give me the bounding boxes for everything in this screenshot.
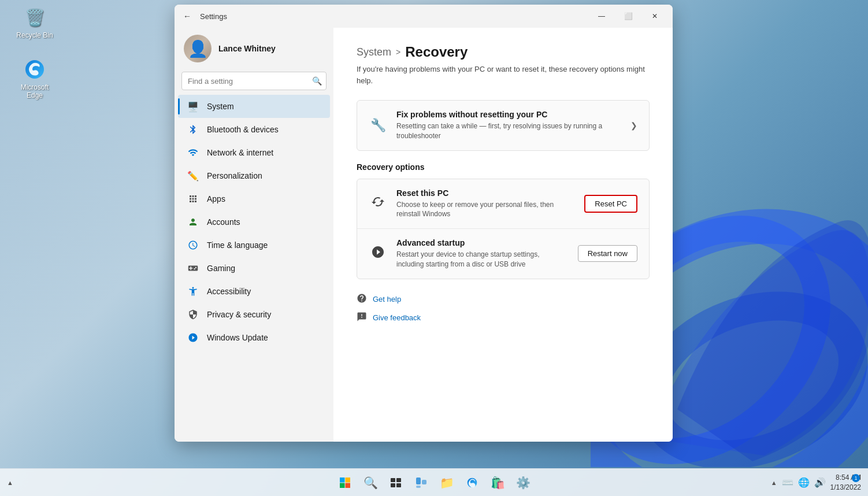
svg-rect-5 <box>346 478 351 483</box>
svg-rect-13 <box>422 480 426 484</box>
taskbar-widgets[interactable] <box>410 471 433 494</box>
get-help-icon <box>357 293 367 306</box>
svg-rect-9 <box>396 478 401 482</box>
startup-icon <box>369 245 387 262</box>
microsoft-edge-icon[interactable]: Microsoft Edge <box>12 58 58 99</box>
minimize-button[interactable]: — <box>588 7 615 25</box>
taskbar-right: ▲ ⌨️ 🌐 🔊 8:54 AM 1/13/2022 <box>771 473 861 493</box>
sidebar-item-accounts[interactable]: Accounts <box>178 210 330 234</box>
taskbar-file-explorer[interactable]: 📁 <box>435 471 458 494</box>
help-links: Get help Give feedback <box>357 293 650 324</box>
fix-title: Fix problems without resetting your PC <box>396 110 621 119</box>
sidebar-item-system[interactable]: 🖥️ System <box>178 95 330 118</box>
restart-now-button[interactable]: Restart now <box>578 245 637 262</box>
taskbar-overflow[interactable]: ▲ <box>7 479 13 486</box>
taskbar-left: ▲ <box>7 479 13 486</box>
search-input[interactable] <box>181 72 327 90</box>
give-feedback-link[interactable]: Give feedback <box>357 312 650 324</box>
privacy-icon <box>187 309 199 320</box>
get-help-label: Get help <box>373 295 401 303</box>
reset-desc: Choose to keep or remove your personal f… <box>396 200 575 220</box>
personalization-icon: ✏️ <box>187 170 199 182</box>
start-button[interactable] <box>333 471 357 494</box>
recovery-section-title: Recovery options <box>357 162 650 172</box>
svg-rect-8 <box>391 478 395 482</box>
taskbar-edge[interactable] <box>461 471 484 494</box>
search-icon[interactable]: 🔍 <box>312 76 322 86</box>
taskbar-task-view[interactable] <box>384 471 407 494</box>
breadcrumb-current: Recovery <box>405 44 468 60</box>
sidebar-item-personalization[interactable]: ✏️ Personalization <box>178 164 330 187</box>
sidebar: 👤 Lance Whitney 🔍 🖥️ System <box>175 28 333 442</box>
svg-rect-10 <box>391 483 395 487</box>
fix-chevron: ❯ <box>630 121 637 130</box>
fix-problems-card: 🔧 Fix problems without resetting your PC… <box>357 100 650 151</box>
search-box: 🔍 <box>181 72 327 90</box>
taskbar: ▲ 🔍 📁 <box>0 468 868 496</box>
title-bar: ← Settings — ⬜ ✕ <box>175 5 673 28</box>
fix-icon: 🔧 <box>369 118 387 133</box>
advanced-startup-row: Advanced startup Restart your device to … <box>357 228 649 279</box>
window-controls: — ⬜ ✕ <box>588 7 668 25</box>
fix-desc: Resetting can take a while — first, try … <box>396 121 621 141</box>
recovery-options-card: Reset this PC Choose to keep or remove y… <box>357 179 650 279</box>
settings-window: ← Settings — ⬜ ✕ 👤 Lance Whitney 🔍 <box>175 5 673 442</box>
sidebar-item-gaming[interactable]: Gaming <box>178 257 330 280</box>
taskbar-store[interactable]: 🛍️ <box>486 471 509 494</box>
clock-area[interactable]: 8:54 AM 1/13/2022 <box>830 473 861 493</box>
settings-body: 👤 Lance Whitney 🔍 🖥️ System <box>175 28 673 442</box>
reset-pc-row: Reset this PC Choose to keep or remove y… <box>357 179 649 229</box>
startup-title: Advanced startup <box>396 238 569 247</box>
time-icon <box>187 239 199 251</box>
content-area: System > Recovery If you're having probl… <box>333 28 673 442</box>
avatar: 👤 <box>184 35 212 62</box>
taskbar-network-sys[interactable]: 🌐 <box>798 477 810 488</box>
svg-rect-14 <box>416 486 421 488</box>
sidebar-item-windows-update[interactable]: Windows Update <box>178 326 330 349</box>
breadcrumb-parent: System <box>357 46 391 58</box>
user-profile[interactable]: 👤 Lance Whitney <box>175 28 333 72</box>
breadcrumb-chevron: > <box>396 47 400 57</box>
maximize-button[interactable]: ⬜ <box>615 7 641 25</box>
accounts-icon <box>187 216 199 228</box>
network-icon <box>187 147 199 158</box>
taskbar-keyboard[interactable]: ⌨️ <box>782 477 793 488</box>
system-icon: 🖥️ <box>187 101 199 112</box>
reset-title: Reset this PC <box>396 188 575 198</box>
window-title: Settings <box>195 12 588 21</box>
apps-icon <box>187 193 199 205</box>
sidebar-item-accessibility[interactable]: Accessibility <box>178 280 330 303</box>
windows-update-icon <box>187 332 199 343</box>
recycle-bin-icon[interactable]: 🗑️ Recycle Bin <box>12 6 58 39</box>
sidebar-item-network[interactable]: Network & internet <box>178 141 330 164</box>
taskbar-center: 🔍 📁 🛍️ ⚙️ <box>333 471 535 494</box>
startup-desc: Restart your device to change startup se… <box>396 250 569 269</box>
svg-rect-7 <box>346 483 351 488</box>
get-help-link[interactable]: Get help <box>357 293 650 306</box>
gaming-icon <box>187 262 199 274</box>
reset-pc-button[interactable]: Reset PC <box>584 195 637 213</box>
svg-rect-4 <box>340 478 345 483</box>
back-button[interactable]: ← <box>179 8 195 24</box>
give-feedback-icon <box>357 312 367 324</box>
breadcrumb: System > Recovery <box>357 44 650 60</box>
taskbar-speaker[interactable]: 🔊 <box>814 477 826 488</box>
page-subtitle: If you're having problems with your PC o… <box>357 64 650 86</box>
reset-icon <box>369 195 387 212</box>
taskbar-chevron-up[interactable]: ▲ <box>771 479 777 486</box>
taskbar-settings[interactable]: ⚙️ <box>511 471 535 494</box>
sidebar-item-bluetooth[interactable]: Bluetooth & devices <box>178 118 330 141</box>
sidebar-item-privacy[interactable]: Privacy & security <box>178 303 330 326</box>
sidebar-nav: 🖥️ System Bluetooth & devices Network & … <box>175 95 333 349</box>
svg-rect-6 <box>340 483 345 488</box>
user-name: Lance Whitney <box>218 44 276 53</box>
bluetooth-icon <box>187 124 199 135</box>
svg-rect-11 <box>396 483 401 487</box>
sidebar-item-time[interactable]: Time & language <box>178 234 330 257</box>
accessibility-icon <box>187 286 199 297</box>
give-feedback-label: Give feedback <box>373 313 421 322</box>
fix-problems-row[interactable]: 🔧 Fix problems without resetting your PC… <box>357 101 649 150</box>
sidebar-item-apps[interactable]: Apps <box>178 187 330 210</box>
taskbar-search[interactable]: 🔍 <box>359 471 382 494</box>
close-button[interactable]: ✕ <box>641 7 668 25</box>
